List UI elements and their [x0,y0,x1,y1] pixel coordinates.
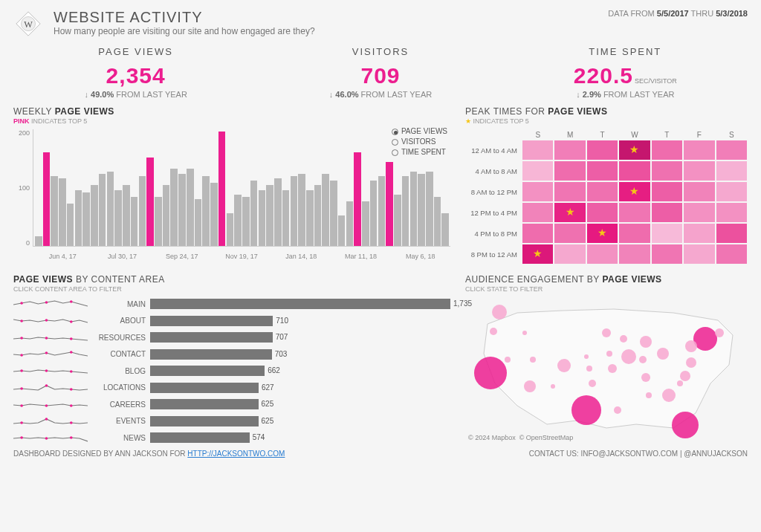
weekly-bar[interactable] [202,176,210,246]
heatmap-cell[interactable]: ★ [554,203,585,222]
heatmap-cell[interactable] [522,140,553,160]
heatmap-cell[interactable] [554,161,585,181]
weekly-bar[interactable] [146,158,154,246]
map-bubble[interactable] [589,380,596,387]
map-bubble[interactable] [677,380,683,386]
map-bubble[interactable] [490,328,497,335]
heatmap-cell[interactable] [554,182,585,201]
weekly-chart[interactable]: PAGE VIEWS VISITORS TIME SPENT 2001000 J… [13,129,450,263]
weekly-bar[interactable] [441,213,449,246]
weekly-bar[interactable] [266,185,273,246]
heatmap-cell[interactable] [522,161,553,181]
map-bubble[interactable] [505,357,511,363]
heatmap-cell[interactable] [587,161,618,181]
heatmap-cell[interactable]: ★ [522,244,553,264]
footer-link[interactable]: HTTP://JACKSONTWO.COM [187,450,285,458]
weekly-bar[interactable] [386,162,393,246]
weekly-bar[interactable] [51,176,58,246]
weekly-bar[interactable] [322,174,329,246]
weekly-bar[interactable] [234,195,242,246]
map-bubble[interactable] [715,328,724,337]
content-row[interactable]: BLOG662 [94,364,450,378]
weekly-bar[interactable] [338,215,346,246]
heatmap-cell[interactable] [619,203,650,222]
map-bubble[interactable] [662,389,676,402]
sparkline[interactable] [13,398,88,412]
content-row[interactable]: NEWS574 [94,431,450,445]
map-bubble[interactable] [620,335,627,343]
map-bubble[interactable] [474,357,507,389]
content-row[interactable]: ABOUT710 [94,314,450,328]
heatmap-cell[interactable] [716,224,747,243]
weekly-bar[interactable] [298,174,305,246]
weekly-bar[interactable] [227,213,234,246]
heatmap-cell[interactable] [522,224,553,243]
weekly-bar[interactable] [170,169,178,246]
weekly-bar[interactable] [362,201,369,246]
heatmap-cell[interactable] [716,140,747,160]
heatmap-cell[interactable] [684,203,714,222]
heatmap-cell[interactable] [652,161,682,181]
map-bubble[interactable] [646,392,652,398]
weekly-bar[interactable] [218,132,226,246]
sparkline[interactable] [13,381,88,395]
heatmap-cell[interactable] [716,203,747,222]
map-bubble[interactable] [492,305,507,319]
content-row[interactable]: LOCATIONS627 [94,381,450,395]
weekly-bar[interactable] [418,174,425,246]
content-row[interactable]: EVENTS625 [94,415,450,429]
weekly-bar[interactable] [91,185,98,246]
heatmap-cell[interactable]: ★ [587,224,618,243]
weekly-bar[interactable] [274,178,282,246]
heatmap-cell[interactable] [652,244,682,264]
sparkline[interactable] [13,348,88,362]
heatmap-cell[interactable] [652,182,682,201]
content-row[interactable]: CAREERS625 [94,398,450,412]
weekly-bar[interactable] [434,197,441,246]
weekly-bar[interactable] [35,236,42,246]
map-bubble[interactable] [606,351,612,357]
heatmap-cell[interactable]: ★ [619,140,650,160]
weekly-bar[interactable] [370,181,378,246]
heatmap-cell[interactable] [652,203,682,222]
weekly-bar[interactable] [75,190,82,246]
weekly-bar[interactable] [178,174,186,246]
heatmap-cell[interactable] [587,140,618,160]
content-row[interactable]: RESOURCES707 [94,331,450,345]
weekly-bar[interactable] [394,195,401,246]
map-bubble[interactable] [551,384,555,389]
heatmap-cell[interactable] [619,244,650,264]
weekly-bar[interactable] [139,176,146,246]
map-bubble[interactable] [602,328,611,337]
sparkline[interactable] [13,431,88,445]
heatmap-cell[interactable]: ★ [619,182,650,201]
sparkline[interactable] [13,297,88,311]
heatmap-cell[interactable] [587,182,618,201]
heatmap-cell[interactable] [716,161,747,181]
heatmap-cell[interactable] [554,224,585,243]
heatmap-cell[interactable] [684,161,714,181]
kpi-time-spent[interactable]: TIME SPENT 220.5SEC/VISITOR ↓ 2.9% FROM … [504,46,746,99]
kpi-page-views[interactable]: PAGE VIEWS 2,354 ↓ 49.0% FROM LAST YEAR [15,46,257,99]
sparkline[interactable] [13,314,88,328]
weekly-bar[interactable] [354,152,361,246]
heatmap-cell[interactable] [619,224,650,243]
map-bubble[interactable] [657,348,669,360]
weekly-bar[interactable] [195,199,202,246]
heatmap-cell[interactable] [652,140,682,160]
heatmap-cell[interactable] [554,244,585,264]
content-row[interactable]: CONTACT703 [94,348,450,362]
weekly-bar[interactable] [59,178,66,246]
heatmap-cell[interactable] [716,182,747,201]
weekly-bar[interactable] [187,169,194,246]
kpi-visitors[interactable]: VISITORS 709 ↓ 46.0% FROM LAST YEAR [259,46,502,99]
weekly-bar[interactable] [250,181,258,246]
weekly-bar[interactable] [282,190,290,246]
us-map[interactable]: © 2024 Mapbox © OpenStreetMap [465,294,748,443]
heatmap-cell[interactable] [684,140,714,160]
heatmap-cell[interactable] [522,203,553,222]
weekly-bar[interactable] [210,183,218,246]
heatmap-cell[interactable] [554,140,585,160]
heatmap-cell[interactable] [684,224,714,243]
weekly-bar[interactable] [123,185,130,246]
